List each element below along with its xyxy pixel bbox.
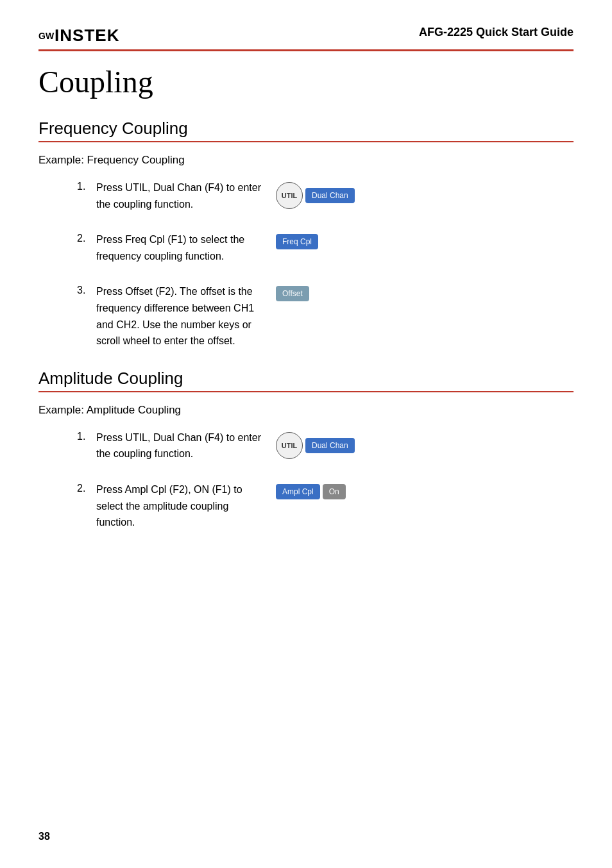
freq-step-1-number: 1. (77, 179, 96, 192)
freq-step-1: 1. Press UTIL, Dual Chan (F4) to enter t… (77, 179, 574, 212)
logo-gw-text: GW (38, 31, 54, 41)
ampl-step-2: 2. Press Ampl Cpl (F2), ON (F1) to selec… (77, 481, 574, 531)
frequency-steps: 1. Press UTIL, Dual Chan (F4) to enter t… (38, 179, 574, 349)
ampl-step-1-content: Press UTIL, Dual Chan (F4) to enter the … (96, 430, 574, 462)
freq-step-3-text: Press Offset (F2). The offset is the fre… (96, 283, 263, 349)
util-key-1[interactable]: UTIL (276, 182, 303, 209)
dual-chan-key-2[interactable]: Dual Chan (305, 438, 355, 453)
freq-step-3-number: 3. (77, 283, 96, 296)
freq-step-2: 2. Press Freq Cpl (F1) to select the fre… (77, 231, 574, 264)
freq-step-1-buttons: UTIL Dual Chan (276, 179, 355, 209)
util-key-2[interactable]: UTIL (276, 432, 303, 459)
ampl-step-2-buttons: Ampl Cpl On (276, 481, 346, 499)
frequency-coupling-section: Frequency Coupling Example: Frequency Co… (38, 119, 574, 349)
amplitude-coupling-section: Amplitude Coupling Example: Amplitude Co… (38, 369, 574, 531)
example-heading-amplitude: Example: Amplitude Coupling (38, 404, 574, 417)
page-header: GW INSTEK AFG-2225 Quick Start Guide (38, 26, 574, 51)
example-heading-frequency: Example: Frequency Coupling (38, 154, 574, 167)
freq-step-2-buttons: Freq Cpl (276, 231, 318, 249)
on-key[interactable]: On (323, 484, 346, 499)
freq-step-2-text: Press Freq Cpl (F1) to select the freque… (96, 231, 263, 264)
section-heading-amplitude: Amplitude Coupling (38, 369, 574, 388)
freq-step-3-buttons: Offset (276, 283, 309, 301)
ampl-step-2-text: Press Ampl Cpl (F2), ON (F1) to select t… (96, 481, 263, 531)
freq-step-3: 3. Press Offset (F2). The offset is the … (77, 283, 574, 349)
ampl-step-2-content: Press Ampl Cpl (F2), ON (F1) to select t… (96, 481, 574, 531)
freq-step-1-text: Press UTIL, Dual Chan (F4) to enter the … (96, 179, 263, 212)
section-divider-amplitude (38, 391, 574, 392)
page-title: Coupling (38, 64, 574, 99)
logo: GW INSTEK (38, 26, 119, 46)
freq-step-2-number: 2. (77, 231, 96, 244)
ampl-step-1-number: 1. (77, 430, 96, 442)
ampl-step-1: 1. Press UTIL, Dual Chan (F4) to enter t… (77, 430, 574, 462)
section-divider-frequency (38, 141, 574, 142)
page-number: 38 (38, 831, 50, 842)
amplitude-steps: 1. Press UTIL, Dual Chan (F4) to enter t… (38, 430, 574, 531)
freq-step-1-content: Press UTIL, Dual Chan (F4) to enter the … (96, 179, 574, 212)
ampl-step-1-text: Press UTIL, Dual Chan (F4) to enter the … (96, 430, 263, 462)
ampl-step-1-buttons: UTIL Dual Chan (276, 430, 355, 459)
section-heading-frequency: Frequency Coupling (38, 119, 574, 138)
ampl-step-2-number: 2. (77, 481, 96, 494)
logo-instek-text: INSTEK (55, 26, 119, 46)
document-title: AFG-2225 Quick Start Guide (419, 26, 574, 39)
freq-cpl-key[interactable]: Freq Cpl (276, 234, 318, 249)
offset-key[interactable]: Offset (276, 286, 309, 301)
dual-chan-key-1[interactable]: Dual Chan (305, 188, 355, 203)
ampl-cpl-key[interactable]: Ampl Cpl (276, 484, 320, 499)
freq-step-3-content: Press Offset (F2). The offset is the fre… (96, 283, 574, 349)
freq-step-2-content: Press Freq Cpl (F1) to select the freque… (96, 231, 574, 264)
